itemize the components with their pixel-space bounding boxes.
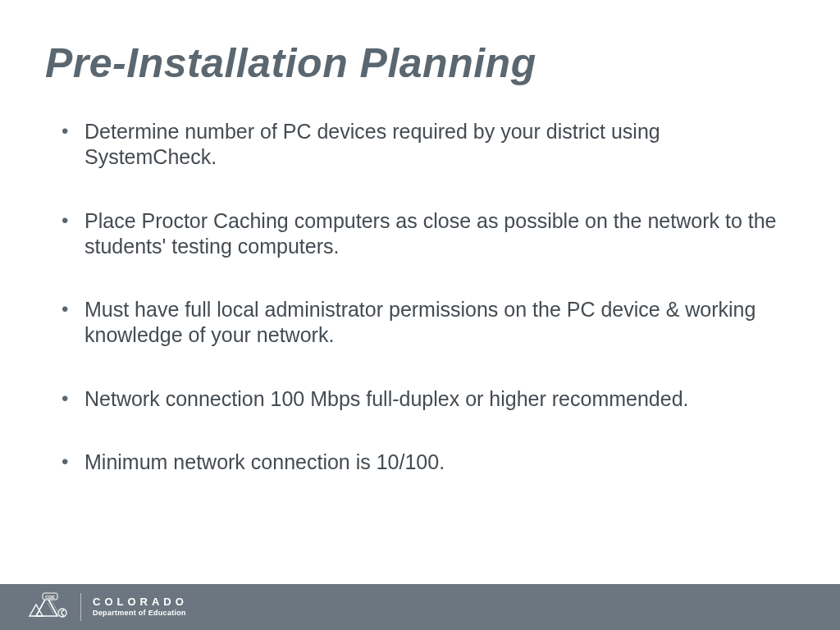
slide-container: Pre-Installation Planning Determine numb… — [0, 0, 840, 630]
svg-point-6 — [58, 609, 66, 617]
colorado-triangle-icon: CDE — [25, 591, 69, 623]
brand-sub-text: Department of Education — [93, 609, 188, 617]
bullet-text: Network connection 100 Mbps full-duplex … — [84, 387, 689, 410]
bullet-text: Determine number of PC devices required … — [84, 120, 660, 168]
footer-brand: COLORADO Department of Education — [93, 596, 188, 617]
list-item: Determine number of PC devices required … — [71, 119, 795, 171]
bullet-text: Minimum network connection is 10/100. — [84, 450, 445, 473]
footer-logo-group: CDE COLORADO Department of Education — [25, 591, 188, 623]
brand-main-text: COLORADO — [93, 596, 188, 608]
list-item: Minimum network connection is 10/100. — [71, 450, 795, 475]
slide-title: Pre-Installation Planning — [45, 41, 795, 86]
bullet-text: Place Proctor Caching computers as close… — [84, 209, 777, 258]
logo-badge-text: CDE — [45, 595, 55, 600]
bullet-list: Determine number of PC devices required … — [45, 119, 795, 475]
slide-footer: CDE COLORADO Department of Education — [0, 584, 840, 630]
bullet-text: Must have full local administrator permi… — [84, 298, 756, 346]
list-item: Place Proctor Caching computers as close… — [71, 208, 795, 260]
list-item: Network connection 100 Mbps full-duplex … — [71, 386, 795, 412]
list-item: Must have full local administrator permi… — [71, 297, 795, 349]
footer-divider — [80, 593, 81, 621]
